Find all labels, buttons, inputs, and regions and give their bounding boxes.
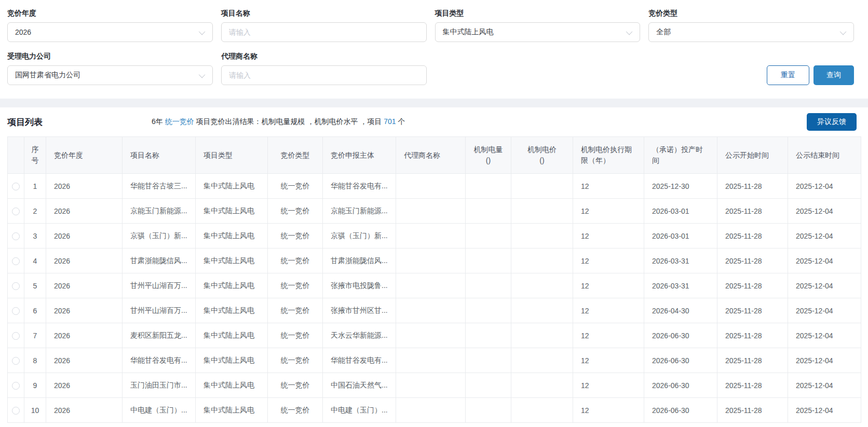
project-type-cell: 集中式陆上风电 bbox=[196, 199, 268, 224]
agent-name-cell bbox=[396, 323, 466, 348]
search-button[interactable]: 查询 bbox=[813, 65, 854, 85]
mechanism-qty-cell bbox=[466, 249, 511, 273]
bid-type-value: 全部 bbox=[656, 27, 671, 37]
table-row: 92026玉门油田玉门市...集中式陆上风电统一竞价中国石油天然气...1220… bbox=[8, 373, 861, 398]
declare-entity-cell: 中电建（玉门）... bbox=[323, 398, 396, 423]
production-date-cell: 2026-03-01 bbox=[644, 224, 717, 249]
filter-row-1: 竞价年度 2026 项目名称 项目类型 集中式陆上风电 竞价类型 全部 bbox=[7, 8, 854, 42]
row-radio[interactable] bbox=[12, 407, 20, 415]
declare-entity-header: 竞价申报主体 bbox=[323, 137, 396, 174]
row-radio[interactable] bbox=[12, 257, 20, 265]
project-count: 701 bbox=[384, 117, 396, 126]
mechanism-price-cell bbox=[511, 323, 573, 348]
project-name-cell: 甘州平山湖百万... bbox=[123, 298, 196, 323]
mechanism-price-cell bbox=[511, 348, 573, 373]
project-type-select[interactable]: 集中式陆上风电 bbox=[435, 22, 641, 42]
seq-cell: 1 bbox=[24, 174, 46, 199]
project-type-cell: 集中式陆上风电 bbox=[196, 174, 268, 199]
row-radio[interactable] bbox=[12, 232, 20, 240]
project-type-cell: 集中式陆上风电 bbox=[196, 348, 268, 373]
publicity-start-cell: 2025-11-28 bbox=[717, 348, 788, 373]
bid-type-cell: 统一竞价 bbox=[268, 224, 323, 249]
bid-year-cell: 2026 bbox=[46, 199, 123, 224]
bid-year-cell: 2026 bbox=[46, 273, 123, 298]
declare-entity-cell: 中国石油天然气... bbox=[323, 373, 396, 398]
bid-type-cell: 统一竞价 bbox=[268, 373, 323, 398]
declare-entity-cell: 张掖市电投陇鲁... bbox=[323, 273, 396, 298]
row-radio[interactable] bbox=[12, 382, 20, 390]
bid-type-cell: 统一竞价 bbox=[268, 199, 323, 224]
bid-type-label: 竞价类型 bbox=[648, 8, 854, 18]
agent-name-input[interactable] bbox=[221, 65, 427, 85]
project-name-cell: 甘肃浙能陇信风... bbox=[123, 249, 196, 273]
mechanism-price-cell bbox=[511, 249, 573, 273]
power-company-label: 受理电力公司 bbox=[7, 51, 213, 61]
radio-cell bbox=[8, 298, 24, 323]
row-radio[interactable] bbox=[12, 208, 20, 215]
bid-year-select[interactable]: 2026 bbox=[7, 22, 213, 42]
project-name-cell: 麦积区新阳五龙... bbox=[123, 323, 196, 348]
row-radio[interactable] bbox=[12, 183, 20, 190]
bid-year-cell: 2026 bbox=[46, 398, 123, 423]
seq-cell: 3 bbox=[24, 224, 46, 249]
price-term-cell: 12 bbox=[573, 273, 644, 298]
production-date-cell: 2026-06-30 bbox=[644, 323, 717, 348]
production-date-cell: 2026-04-30 bbox=[644, 298, 717, 323]
table-row: 102026中电建（玉门）...集中式陆上风电统一竞价中电建（玉门）...122… bbox=[8, 398, 861, 423]
table-row: 52026甘州平山湖百万...集中式陆上风电统一竞价张掖市电投陇鲁...1220… bbox=[8, 273, 861, 298]
unified-bidding-link[interactable]: 统一竞价 bbox=[165, 117, 194, 126]
bid-year-cell: 2026 bbox=[46, 323, 123, 348]
bid-type-cell: 统一竞价 bbox=[268, 273, 323, 298]
bid-type-cell: 统一竞价 bbox=[268, 174, 323, 199]
declare-entity-cell: 甘肃浙能陇信风... bbox=[323, 249, 396, 273]
project-type-cell: 集中式陆上风电 bbox=[196, 249, 268, 273]
field-project-name: 项目名称 bbox=[221, 8, 427, 42]
bid-type-cell: 统一竞价 bbox=[268, 298, 323, 323]
mechanism-qty-cell bbox=[466, 199, 511, 224]
declare-entity-cell: 京骐（玉门）新... bbox=[323, 224, 396, 249]
agent-name-cell bbox=[396, 348, 466, 373]
agent-name-cell bbox=[396, 298, 466, 323]
declare-entity-cell: 天水云华新能源... bbox=[323, 323, 396, 348]
declare-entity-cell: 华能甘谷发电有... bbox=[323, 174, 396, 199]
bid-type-select[interactable]: 全部 bbox=[648, 22, 854, 42]
filter-panel: 竞价年度 2026 项目名称 项目类型 集中式陆上风电 竞价类型 全部 bbox=[0, 0, 868, 99]
declare-entity-cell: 京能玉门新能源... bbox=[323, 199, 396, 224]
publicity-end-cell: 2025-12-04 bbox=[788, 323, 861, 348]
price-term-cell: 12 bbox=[573, 224, 644, 249]
row-radio[interactable] bbox=[12, 332, 20, 340]
list-header: 项目列表 6年 统一竞价 项目竞价出清结果：机制电量规模 ，机制电价水平 ，项目… bbox=[7, 107, 861, 136]
bid-year-cell: 2026 bbox=[46, 373, 123, 398]
project-type-cell: 集中式陆上风电 bbox=[196, 323, 268, 348]
publicity-end-cell: 2025-12-04 bbox=[788, 298, 861, 323]
reset-button[interactable]: 重置 bbox=[767, 65, 809, 85]
table-row: 32026京骐（玉门）新...集中式陆上风电统一竞价京骐（玉门）新...1220… bbox=[8, 224, 861, 249]
chevron-down-icon bbox=[199, 71, 206, 78]
price-term-cell: 12 bbox=[573, 323, 644, 348]
mechanism-qty-header: 机制电量 () bbox=[466, 137, 511, 174]
publicity-start-cell: 2025-11-28 bbox=[717, 398, 788, 423]
project-name-cell: 玉门油田玉门市... bbox=[123, 373, 196, 398]
field-agent-name: 代理商名称 bbox=[221, 51, 427, 85]
bid-year-header: 竞价年度 bbox=[46, 137, 123, 174]
mechanism-qty-cell bbox=[466, 224, 511, 249]
project-name-cell: 华能甘谷发电有... bbox=[123, 348, 196, 373]
radio-cell bbox=[8, 174, 24, 199]
row-radio[interactable] bbox=[12, 282, 20, 290]
row-radio[interactable] bbox=[12, 357, 20, 365]
project-type-label: 项目类型 bbox=[435, 8, 641, 18]
publicity-end-header: 公示结束时间 bbox=[788, 137, 861, 174]
project-name-input[interactable] bbox=[221, 22, 427, 42]
price-term-cell: 12 bbox=[573, 298, 644, 323]
bid-year-cell: 2026 bbox=[46, 298, 123, 323]
publicity-start-cell: 2025-11-28 bbox=[717, 249, 788, 273]
publicity-start-header: 公示开始时间 bbox=[717, 137, 788, 174]
agent-name-cell bbox=[396, 249, 466, 273]
objection-feedback-button[interactable]: 异议反馈 bbox=[807, 113, 857, 131]
price-term-cell: 12 bbox=[573, 174, 644, 199]
mechanism-qty-cell bbox=[466, 174, 511, 199]
power-company-select[interactable]: 国网甘肃省电力公司 bbox=[7, 65, 213, 85]
radio-cell bbox=[8, 273, 24, 298]
row-radio[interactable] bbox=[12, 307, 20, 315]
publicity-end-cell: 2025-12-04 bbox=[788, 398, 861, 423]
